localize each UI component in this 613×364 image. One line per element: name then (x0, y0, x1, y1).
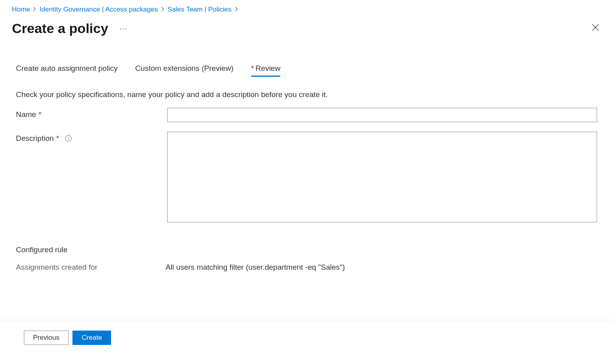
more-actions-icon[interactable]: ··· (119, 24, 127, 33)
content: Create auto assignment policy Custom ext… (0, 36, 613, 272)
close-button[interactable] (590, 22, 601, 35)
title-left: Create a policy ··· (12, 21, 127, 36)
page-title: Create a policy (12, 21, 108, 36)
tab-label: Create auto assignment policy (16, 64, 118, 72)
assignments-value: All users matching filter (user.departme… (166, 263, 345, 272)
breadcrumb: Home Identity Governance | Access packag… (0, 0, 613, 18)
tab-review[interactable]: *Review (251, 64, 281, 76)
instructions-text: Check your policy specifications, name y… (16, 90, 597, 99)
tab-label: Custom extensions (Preview) (135, 64, 234, 72)
assignments-row: Assignments created for All users matchi… (16, 263, 597, 272)
assignments-label: Assignments created for (16, 263, 166, 272)
description-label: Description * i (16, 132, 167, 143)
tab-custom-extensions[interactable]: Custom extensions (Preview) (135, 64, 234, 76)
chevron-right-icon (161, 6, 164, 13)
breadcrumb-identity-governance[interactable]: Identity Governance | Access packages (39, 6, 158, 14)
description-label-text: Description (16, 134, 54, 143)
tab-label: Review (256, 64, 280, 72)
close-icon (592, 23, 599, 31)
title-row: Create a policy ··· (0, 18, 613, 36)
description-row: Description * i (16, 132, 597, 222)
chevron-right-icon (235, 6, 238, 13)
required-indicator: * (56, 134, 59, 143)
previous-button[interactable]: Previous (24, 331, 68, 345)
breadcrumb-sales-team-policies[interactable]: Sales Team | Policies (168, 6, 232, 14)
tabs: Create auto assignment policy Custom ext… (16, 64, 597, 76)
configured-rule-heading: Configured rule (16, 245, 597, 254)
name-label-text: Name (16, 110, 36, 119)
name-label: Name * (16, 108, 167, 119)
footer: Previous Create (0, 320, 613, 345)
required-indicator: * (251, 64, 254, 72)
breadcrumb-home[interactable]: Home (12, 6, 30, 14)
name-row: Name * (16, 108, 597, 122)
create-button[interactable]: Create (72, 331, 111, 345)
required-indicator: * (39, 110, 41, 119)
info-icon[interactable]: i (65, 135, 72, 142)
tab-create-auto-assignment[interactable]: Create auto assignment policy (16, 64, 118, 76)
name-input[interactable] (167, 108, 597, 122)
chevron-right-icon (33, 6, 36, 13)
description-input[interactable] (167, 132, 597, 222)
